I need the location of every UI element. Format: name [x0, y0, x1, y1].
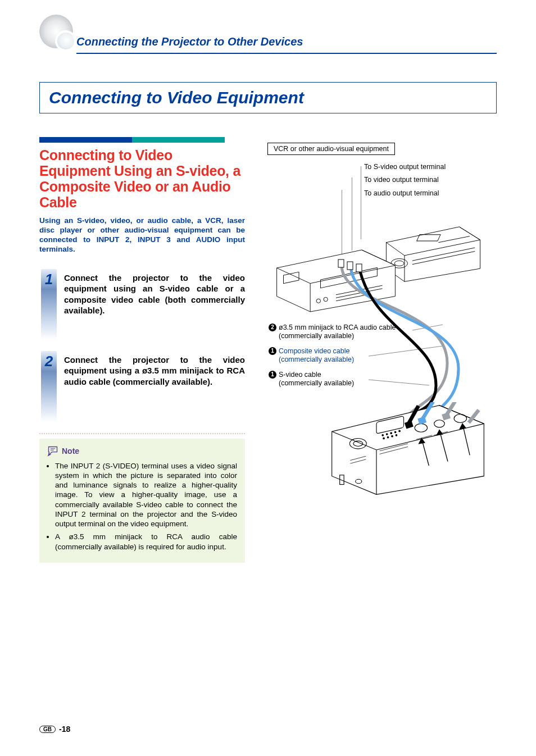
header-rule [76, 53, 497, 54]
note-item-1: The INPUT 2 (S-VIDEO) terminal uses a vi… [55, 461, 237, 529]
callout-svideo-cable: 1S-video cable (commercially available) [269, 371, 403, 388]
svg-point-19 [394, 431, 396, 432]
callout-audio-cable: 2ø3.5 mm minijack to RCA audio cable (co… [269, 324, 415, 341]
callout-svideo-line1: S-video cable [279, 371, 321, 379]
content-columns: Connecting to Video Equipment Using an S… [39, 137, 497, 599]
callout-audio-line1: ø3.5 mm minijack to RCA audio cable [279, 324, 396, 331]
page-footer: GB -18 [39, 725, 70, 734]
svg-rect-11 [356, 264, 362, 272]
step-badge-1: 1 [39, 269, 58, 340]
page: Connecting the Projector to Other Device… [0, 0, 536, 756]
banner-title: Connecting to Video Equipment [49, 88, 487, 107]
svg-rect-10 [347, 262, 353, 270]
step-badge-2: 2 [39, 351, 58, 422]
svg-marker-12 [332, 405, 484, 494]
callout-audio-line2: (commercially available) [269, 332, 354, 340]
header-title: Connecting the Projector to Other Device… [76, 32, 303, 48]
header-ornament [39, 15, 73, 48]
callout-bullet-icon: 2 [269, 324, 276, 331]
accent-bar [39, 137, 225, 143]
callout-composite-line1: Composite video cable [279, 347, 349, 355]
note-label: Note [62, 447, 79, 456]
svg-point-23 [392, 435, 393, 437]
step-list: 1 Connect the projector to the video equ… [39, 269, 245, 422]
svg-rect-9 [338, 259, 344, 267]
connection-diagram: To S-video output terminal To video outp… [267, 161, 497, 599]
step-2-text: Connect the projector to the video equip… [64, 351, 245, 388]
step-1: 1 Connect the projector to the video equ… [39, 269, 245, 340]
callout-composite-cable: 1Composite video cable (commercially ava… [269, 347, 403, 365]
note-icon [47, 445, 58, 457]
step-1-text: Connect the projector to the video equip… [64, 269, 245, 316]
note-item-2: A ø3.5 mm minijack to RCA audio cable (c… [55, 532, 237, 552]
step-2: 2 Connect the projector to the video equ… [39, 351, 245, 422]
section-intro: Using an S-video, video, or audio cable,… [39, 216, 245, 254]
svg-point-22 [387, 436, 389, 438]
note-list: The INPUT 2 (S-VIDEO) terminal uses a vi… [47, 461, 237, 552]
callout-bullet-icon: 1 [269, 371, 276, 379]
header-row: Connecting the Projector to Other Device… [39, 31, 497, 48]
step-number: 1 [41, 269, 57, 289]
banner: Connecting to Video Equipment [39, 82, 497, 113]
svg-point-24 [396, 434, 397, 436]
note-box: Note The INPUT 2 (S-VIDEO) terminal uses… [39, 439, 245, 563]
svg-point-18 [390, 432, 392, 434]
note-header: Note [47, 445, 237, 457]
callout-composite-line2: (commercially available) [269, 356, 354, 363]
region-badge: GB [39, 726, 56, 733]
callout-svideo-line2: (commercially available) [269, 379, 354, 387]
right-column: VCR or other audio-visual equipment To S… [267, 137, 497, 599]
svg-point-17 [386, 433, 388, 435]
svg-point-20 [399, 430, 401, 432]
step-number: 2 [41, 351, 57, 371]
callout-bullet-icon: 1 [269, 347, 276, 355]
terminal-panel-illustration [329, 402, 487, 498]
vcr-label: VCR or other audio-visual equipment [267, 143, 395, 155]
section-heading: Connecting to Video Equipment Using an S… [39, 147, 245, 210]
left-column: Connecting to Video Equipment Using an S… [39, 137, 245, 599]
svg-point-21 [383, 438, 385, 439]
page-number: -18 [59, 725, 70, 734]
dotted-rule [39, 433, 245, 434]
svg-point-16 [382, 434, 384, 436]
